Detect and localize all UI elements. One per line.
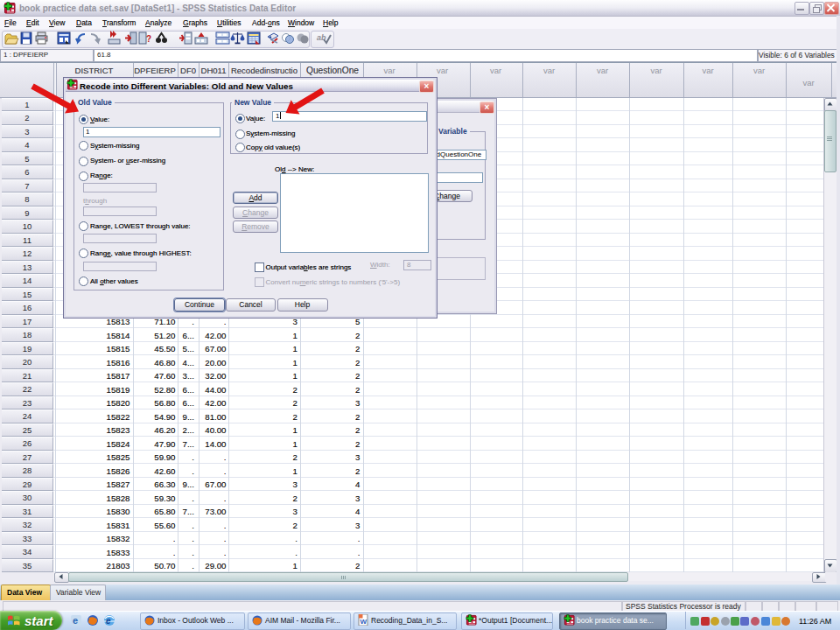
svg-text:e: e: [106, 616, 111, 626]
svg-text:W: W: [360, 618, 368, 626]
svg-text:e: e: [73, 615, 78, 626]
